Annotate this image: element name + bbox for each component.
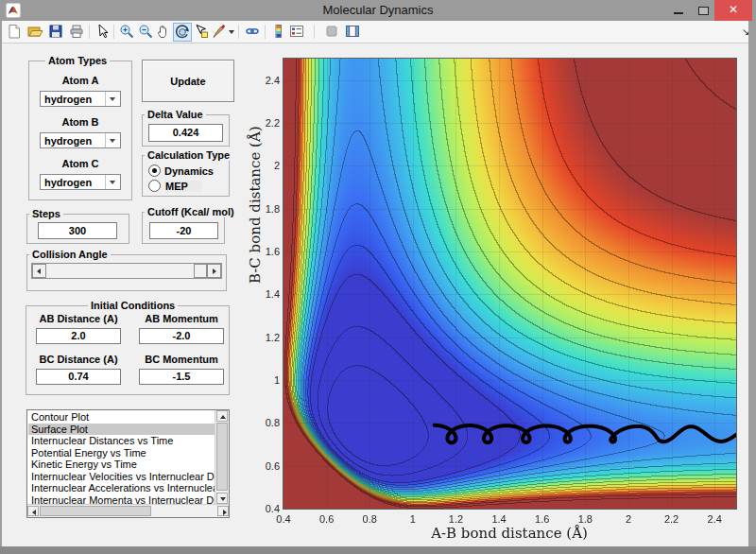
x-tick-label: 0.8 [351, 513, 388, 525]
open-file-icon[interactable] [26, 24, 43, 40]
bc-momentum-field[interactable]: -1.5 [139, 369, 224, 385]
arrow-right-icon [223, 510, 227, 515]
toolbar-separator [238, 25, 239, 39]
atom-c-dropdown[interactable]: hydrogen [40, 174, 121, 190]
pan-icon[interactable] [155, 24, 172, 40]
ab-distance-field[interactable]: 2.0 [36, 328, 121, 344]
save-figure-icon[interactable] [47, 24, 64, 40]
x-tick-label: 1.2 [437, 513, 474, 525]
slider-right-arrow[interactable] [207, 264, 221, 278]
scroll-left-button[interactable] [27, 506, 39, 516]
y-tick-label: 0.6 [241, 460, 280, 472]
list-item[interactable]: Surface Plot [28, 424, 217, 436]
radio-button-icon[interactable] [148, 164, 161, 177]
panel-title: Calculation Type [145, 149, 232, 161]
zoom-in-icon[interactable] [118, 24, 135, 40]
y-tick-label: 0.4 [241, 503, 280, 514]
ab-momentum-label: AB Momentum [139, 313, 224, 324]
window-title: Molecular Dynamics [0, 0, 756, 21]
pointer-icon[interactable] [94, 24, 111, 40]
maximize-icon [698, 7, 709, 15]
x-tick-label: 1 [394, 513, 432, 525]
minimize-icon [674, 12, 683, 14]
scroll-right-button[interactable] [217, 506, 229, 516]
radio-mep[interactable]: MEP [148, 180, 201, 192]
arrow-down-icon [220, 497, 226, 501]
ab-momentum-field[interactable]: -2.0 [139, 328, 224, 344]
horizontal-scrollbar[interactable] [27, 504, 229, 517]
steps-field[interactable]: 300 [38, 222, 117, 239]
hide-plot-tools-icon[interactable] [323, 24, 340, 40]
list-item[interactable]: Internuclear Accelerations vs Internucle… [28, 482, 217, 494]
arrow-up-icon [220, 415, 226, 419]
panel-title: Delta Value [145, 109, 206, 120]
x-axis-label: A-B bond distance (Å) [368, 525, 651, 542]
chevron-down-icon[interactable] [105, 175, 120, 189]
molecular-dynamics-window: Molecular Dynamics ✕ ↘ Atom Types Atom A [0, 0, 756, 554]
slider-thumb[interactable] [194, 264, 207, 278]
radio-dynamics[interactable]: Dynamics [148, 164, 214, 177]
x-tick-label: 2 [610, 513, 647, 525]
close-button[interactable]: ✕ [714, 0, 752, 21]
print-figure-icon[interactable] [68, 24, 85, 40]
x-tick-label: 1.6 [524, 513, 561, 525]
potential-energy-surface-plot[interactable] [284, 59, 736, 509]
list-item[interactable]: Contour Plot [28, 411, 217, 424]
bc-distance-label: BC Distance (A) [36, 354, 121, 365]
update-button[interactable]: Update [142, 60, 234, 102]
atom-b-dropdown[interactable]: hydrogen [40, 132, 121, 148]
bc-momentum-label: BC Momentum [139, 354, 224, 365]
cutoff-field[interactable]: -20 [149, 222, 218, 239]
arrow-left-icon [37, 268, 41, 274]
toolbar-separator [89, 25, 90, 39]
zoom-out-icon[interactable] [137, 24, 154, 40]
minimize-button[interactable] [667, 0, 690, 21]
slider-left-arrow[interactable] [32, 264, 46, 278]
data-cursor-icon[interactable] [193, 24, 210, 40]
plot-type-listbox[interactable]: Contour Plot Surface Plot Internuclear D… [26, 409, 230, 518]
list-item[interactable]: Internuclear Distances vs Time [28, 435, 217, 447]
toolbar-separator [314, 25, 315, 39]
list-item[interactable]: Internuclear Velocities vs Internuclear … [28, 471, 217, 483]
chevron-down-icon[interactable] [105, 133, 120, 147]
new-figure-icon[interactable] [6, 24, 23, 40]
delta-value-field[interactable]: 0.424 [148, 124, 223, 142]
list-item[interactable]: Kinetic Energy vs Time [28, 459, 217, 471]
atom-b-label: Atom B [28, 116, 132, 128]
y-tick-label: 0.8 [241, 417, 280, 428]
insert-legend-icon[interactable] [288, 24, 305, 40]
y-tick-label: 1.4 [241, 288, 280, 300]
maximize-button[interactable] [692, 0, 714, 21]
y-tick-label: 1 [241, 374, 280, 386]
link-plot-icon[interactable] [244, 24, 261, 40]
atom-c-label: Atom C [28, 158, 132, 169]
x-tick-label: 1.4 [480, 513, 518, 525]
show-plot-tools-icon[interactable] [344, 24, 361, 40]
chevron-down-icon[interactable] [105, 92, 120, 106]
window-border-right [748, 21, 756, 546]
vertical-scroll-thumb[interactable] [216, 423, 228, 491]
list-item[interactable]: Potential Energy vs Time [28, 447, 217, 459]
x-tick-label: 2.4 [696, 513, 733, 525]
collision-angle-slider[interactable] [31, 263, 222, 279]
y-tick-label: 2.4 [241, 75, 280, 86]
x-tick-label: 1.8 [566, 513, 604, 525]
panel-title: Collision Angle [29, 249, 111, 260]
toolbar-separator [265, 25, 266, 39]
radio-button-icon[interactable] [148, 180, 161, 192]
scroll-up-button[interactable] [216, 410, 228, 422]
brush-icon[interactable] [211, 24, 228, 40]
rotate-3d-icon[interactable] [173, 23, 192, 42]
horizontal-scroll-thumb[interactable] [40, 506, 151, 516]
bc-distance-field[interactable]: 0.74 [36, 369, 121, 385]
panel-title: Steps [29, 208, 63, 219]
window-border-left [0, 21, 2, 546]
arrow-right-icon [213, 268, 216, 274]
atom-a-dropdown[interactable]: hydrogen [40, 91, 121, 107]
insert-colorbar-icon[interactable] [270, 24, 287, 40]
vertical-scrollbar[interactable] [215, 410, 229, 504]
panel-title: Initial Conditions [88, 300, 178, 311]
brush-dropdown-arrow-icon[interactable] [229, 30, 234, 34]
x-tick-label: 0.6 [308, 513, 346, 525]
scroll-down-button[interactable] [216, 493, 228, 504]
